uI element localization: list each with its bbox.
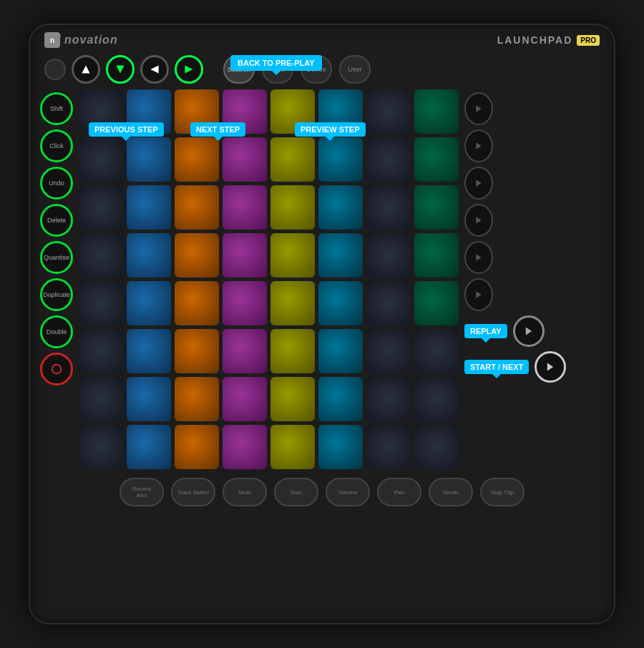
delete-button[interactable]: Delete [40,204,73,237]
pad-6-7[interactable] [366,329,411,373]
pad-7-6[interactable] [318,377,363,421]
pad-1-5[interactable] [270,89,315,134]
user-mode-button[interactable]: User [339,55,371,84]
quantise-button[interactable]: Quantise [40,241,73,274]
stop-clip-button[interactable]: Stop Clip [480,478,525,506]
pad-6-6[interactable] [318,329,363,373]
pad-2-4[interactable] [223,137,267,182]
pad-5-2[interactable] [127,281,171,325]
scene-launch-3[interactable] [464,167,493,200]
svg-marker-2 [150,65,158,73]
scene-launch-4[interactable] [464,204,493,237]
product-name: LAUNCHPAD [497,34,573,46]
pad-1-3[interactable] [175,89,219,134]
pad-8-8[interactable] [414,425,459,469]
pad-7-2[interactable] [127,377,171,421]
pad-7-5[interactable] [270,377,315,421]
pad-5-7[interactable] [366,281,411,325]
pad-6-4[interactable] [223,329,267,373]
pad-7-1[interactable] [79,377,123,421]
pad-5-6[interactable] [318,281,363,325]
duplicate-button[interactable]: Duplicate [40,278,73,311]
pad-1-8[interactable] [414,89,459,134]
scene-launch-1[interactable] [464,92,493,125]
record-button[interactable] [40,353,73,386]
pad-1-4[interactable] [223,89,267,134]
pad-3-2[interactable] [127,185,171,230]
double-button[interactable]: Double [40,315,73,348]
pad-6-1[interactable] [79,329,123,373]
pad-3-4[interactable] [223,185,267,230]
pad-3-1[interactable] [79,185,123,230]
pad-1-7[interactable] [366,89,411,134]
pad-6-8[interactable] [414,329,459,373]
undo-button[interactable]: Undo [40,167,73,200]
pad-2-7[interactable] [366,137,411,182]
record-arm-button[interactable]: Record Arm [119,478,164,506]
pad-4-7[interactable] [366,233,411,278]
replay-button[interactable] [513,315,545,347]
pad-1-2[interactable] [127,89,171,134]
scene-launch-2[interactable] [464,129,493,162]
pad-5-5[interactable] [270,281,315,325]
pad-6-3[interactable] [175,329,219,373]
pad-7-7[interactable] [366,377,411,421]
start-next-button[interactable] [535,351,566,383]
solo-button[interactable]: Solo [274,478,318,506]
pad-8-1[interactable] [79,425,123,469]
pad-8-6[interactable] [318,425,363,469]
pad-4-1[interactable] [79,233,123,278]
pad-5-4[interactable] [223,281,267,325]
shift-button[interactable]: Shift [40,92,73,125]
sends-button[interactable]: Sends [429,478,473,506]
pad-8-2[interactable] [127,425,171,469]
pad-8-3[interactable] [175,425,219,469]
pad-3-5[interactable] [270,185,315,230]
pad-7-3[interactable] [175,377,219,421]
pad-2-5[interactable] [270,137,315,182]
pad-2-3[interactable] [175,137,219,182]
pad-1-6[interactable] [318,89,363,134]
pad-5-3[interactable] [175,281,219,325]
nav-up-button[interactable] [72,55,100,84]
pad-4-5[interactable] [270,233,315,278]
pad-4-4[interactable] [223,233,267,278]
pad-2-2[interactable] [127,137,171,182]
pad-7-8[interactable] [414,377,459,421]
pad-3-3[interactable] [175,185,219,230]
pad-2-6[interactable] [318,137,363,182]
pad-2-8[interactable] [414,137,459,182]
launchpad-device: Setup n novation LAUNCHPAD PRO BACK TO P… [29,24,615,624]
pad-4-6[interactable] [318,233,363,278]
track-select-button[interactable]: Track Select [171,478,215,506]
svg-marker-8 [476,217,481,224]
pad-6-5[interactable] [270,329,315,373]
pad-4-2[interactable] [127,233,171,278]
pad-3-7[interactable] [366,185,411,230]
nav-right-button[interactable] [175,55,203,84]
mute-button[interactable]: Mute [223,478,267,506]
pad-row-1 [79,89,459,134]
nav-left-button[interactable] [140,55,169,84]
pad-1-1[interactable] [79,89,123,134]
pad-7-4[interactable] [223,377,267,421]
pad-8-5[interactable] [270,425,315,469]
pad-3-6[interactable] [318,185,363,230]
pad-8-4[interactable] [223,425,267,469]
pan-button[interactable]: Pan [377,478,421,506]
pad-5-8[interactable] [414,281,459,325]
pad-2-1[interactable] [79,137,123,182]
nav-down-button[interactable] [106,55,135,84]
pad-4-8[interactable] [414,233,459,278]
start-next-row: START / NEXT [464,351,566,383]
pad-5-1[interactable] [79,281,123,325]
click-button[interactable]: Click [40,129,73,162]
pad-6-2[interactable] [127,329,171,373]
pad-4-3[interactable] [175,233,219,278]
scene-launch-5[interactable] [464,241,493,274]
pad-3-8[interactable] [414,185,459,230]
pad-8-7[interactable] [366,425,411,469]
scene-launch-6[interactable] [464,278,493,311]
setup-button[interactable] [44,59,66,80]
volume-button[interactable]: Volume [326,478,370,506]
